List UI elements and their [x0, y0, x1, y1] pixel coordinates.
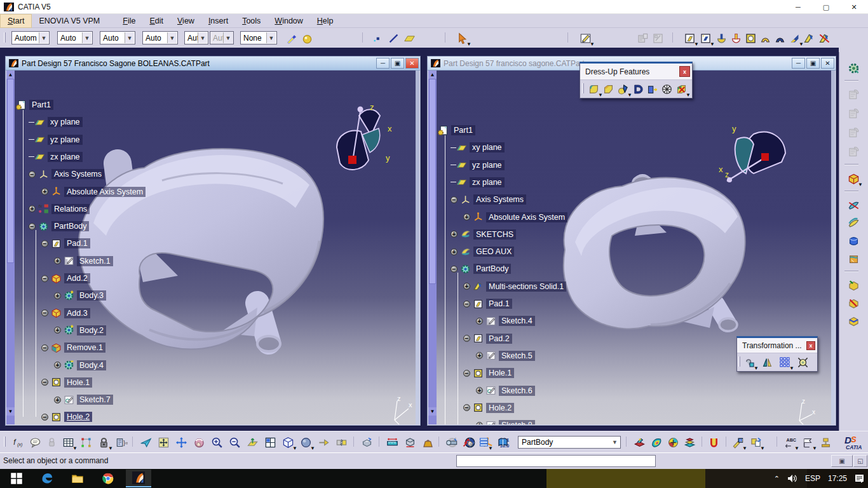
thick-surface-icon[interactable]: [846, 216, 860, 230]
dropdown-arrow-icon[interactable]: ▼: [812, 445, 817, 451]
electrical-icon[interactable]: [460, 435, 474, 449]
formula-icon[interactable]: f(x): [11, 435, 25, 449]
dropdown-arrow-icon[interactable]: ▼: [742, 445, 747, 451]
file-explorer-icon[interactable]: [65, 470, 90, 487]
chevron-down-icon[interactable]: ▼: [223, 32, 233, 43]
collapse-icon[interactable]: −: [451, 196, 458, 203]
list-edit-icon[interactable]: ▼: [477, 435, 491, 449]
menu-item-start[interactable]: Start: [0, 14, 32, 28]
expand-icon[interactable]: +: [54, 396, 61, 403]
dropdown-arrow-icon[interactable]: ▼: [310, 445, 315, 451]
chrome-icon[interactable]: [95, 470, 121, 487]
tree-node-hole-2[interactable]: −Hole.2: [41, 410, 92, 423]
tree-node-label[interactable]: SKETCHS: [473, 229, 516, 240]
tree-node-label[interactable]: Sketch.8: [499, 420, 535, 424]
power-copy-icon[interactable]: [632, 435, 646, 449]
tree-node-relations[interactable]: +fxRelations: [29, 203, 90, 215]
datum-icon[interactable]: [818, 435, 832, 449]
tree-node-label[interactable]: Sketch.6: [499, 386, 535, 396]
tree-node-label[interactable]: Sketch.5: [499, 351, 535, 361]
design-table-icon[interactable]: ▼: [61, 435, 75, 449]
toolbar-grip[interactable]: [4, 437, 6, 447]
chevron-down-icon[interactable]: ▼: [610, 437, 620, 447]
rib-analysis-icon[interactable]: [707, 435, 721, 449]
tree-node-absolute-axis-system[interactable]: +Absolute Axis System: [41, 186, 146, 198]
fly-mode-icon[interactable]: [139, 435, 153, 449]
tree-node-remove-1[interactable]: −Remove.1: [41, 341, 105, 354]
start-button[interactable]: [4, 470, 29, 487]
dropdown-arrow-icon[interactable]: ▼: [686, 92, 691, 98]
mirror-icon[interactable]: [760, 355, 774, 369]
union-trim-icon[interactable]: [846, 314, 860, 328]
tree-node-sketch-1[interactable]: +Sketch.1: [54, 255, 113, 268]
tree-node-label[interactable]: Add.3: [64, 308, 90, 318]
draft-angle-icon[interactable]: ▼: [616, 82, 630, 96]
tree-node-part1[interactable]: Part1: [16, 98, 53, 111]
tree-node-label[interactable]: Pad.1: [486, 299, 512, 309]
multi-section-solid-icon[interactable]: [802, 31, 816, 45]
collapse-icon[interactable]: −: [463, 370, 470, 377]
catia-taskbar-icon[interactable]: [126, 470, 151, 487]
dropdown-arrow-icon[interactable]: ▼: [466, 41, 471, 47]
shading-mode-icon[interactable]: ▼: [299, 435, 313, 449]
twist-analysis-icon[interactable]: [682, 435, 696, 449]
quad-view-icon[interactable]: [263, 435, 277, 449]
tree-node-label[interactable]: xy plane: [48, 117, 83, 127]
flag-note-icon[interactable]: ▼: [801, 435, 815, 449]
dropdown-arrow-icon[interactable]: ▼: [590, 41, 595, 47]
tree-node-label[interactable]: Remove.1: [64, 342, 105, 353]
collapse-icon[interactable]: −: [451, 266, 458, 273]
expand-icon[interactable]: +: [463, 214, 470, 220]
expand-icon[interactable]: +: [29, 205, 36, 212]
doc-knowledge-button[interactable]: ◱: [853, 455, 867, 467]
pocket-tool-icon[interactable]: ▼: [698, 31, 712, 45]
right-tree-scrollbar[interactable]: ▲ ▼: [428, 71, 437, 424]
tree-node-label[interactable]: Hole.2: [486, 403, 514, 413]
tree-node-body-4[interactable]: +Body.4: [54, 359, 106, 372]
left-viewport[interactable]: ▲ ▼: [6, 71, 419, 424]
tree-node-label[interactable]: yz plane: [48, 135, 83, 145]
tree-node-add-3[interactable]: −Add.3: [41, 307, 90, 320]
tree-node-sketch-5[interactable]: +Sketch.5: [476, 349, 535, 362]
insert-ordered-geoset-icon[interactable]: [846, 126, 860, 140]
tree-node-xy-plane[interactable]: xy plane: [29, 116, 83, 128]
tree-node-label[interactable]: Body.4: [77, 360, 106, 370]
tree-node-axis-systems[interactable]: −Axis Systems: [451, 193, 526, 206]
select-cursor-icon[interactable]: ▼: [455, 31, 469, 45]
dropdown-arrow-icon[interactable]: ▼: [488, 445, 493, 451]
chevron-down-icon[interactable]: ▼: [125, 32, 134, 43]
knowledge-relations-icon[interactable]: [79, 435, 93, 449]
tree-node-label[interactable]: Part1: [29, 100, 53, 110]
edge-icon[interactable]: [34, 470, 60, 487]
sew-surface-icon[interactable]: [846, 252, 860, 266]
left-window-close-button[interactable]: ✕: [405, 58, 419, 69]
menu-item-view[interactable]: View: [170, 15, 201, 27]
toolbar-grip[interactable]: [582, 83, 584, 93]
tree-node-label[interactable]: PartBody: [473, 264, 511, 274]
tree-node-label[interactable]: Add.2: [64, 273, 90, 283]
tree-node-label[interactable]: Axis Systems: [51, 169, 104, 179]
tree-node-hole-1[interactable]: −Hole.1: [41, 376, 92, 389]
menu-item-enovia-v5-vpm[interactable]: ENOVIA V5 VPM: [32, 15, 107, 27]
quick-print-icon[interactable]: [360, 435, 374, 449]
pad-tool-icon[interactable]: ▼: [682, 31, 696, 45]
expand-icon[interactable]: +: [476, 352, 483, 359]
material-ball-icon[interactable]: [300, 31, 314, 45]
tree-node-part1[interactable]: Part1: [438, 124, 475, 137]
dropdown-arrow-icon[interactable]: ▼: [760, 445, 765, 451]
point-icon[interactable]: [370, 31, 384, 45]
dropdown-arrow-icon[interactable]: ▼: [794, 445, 799, 451]
tree-node-body-3[interactable]: +Body.3: [54, 289, 106, 302]
draft-analysis-icon[interactable]: [649, 435, 663, 449]
dressup-toolbar[interactable]: Dress-Up Features x ▼▼▼: [580, 62, 693, 98]
remove-body-icon[interactable]: [846, 296, 860, 310]
chevron-down-icon[interactable]: ▼: [82, 32, 92, 43]
tree-node-xy-plane[interactable]: xy plane: [451, 141, 505, 154]
active-body-combo[interactable]: PartBody ▼: [518, 436, 621, 449]
tree-node-pad-1[interactable]: −Pad.1: [41, 237, 90, 250]
collapse-icon[interactable]: −: [41, 344, 48, 351]
toolbar-combo-4[interactable]: Aut▼: [184, 31, 208, 44]
dropdown-arrow-icon[interactable]: ▼: [72, 445, 78, 451]
text-with-leader-icon[interactable]: ABC▼: [783, 435, 797, 449]
tree-node-sketch-8[interactable]: +Sketch.8: [476, 419, 535, 424]
